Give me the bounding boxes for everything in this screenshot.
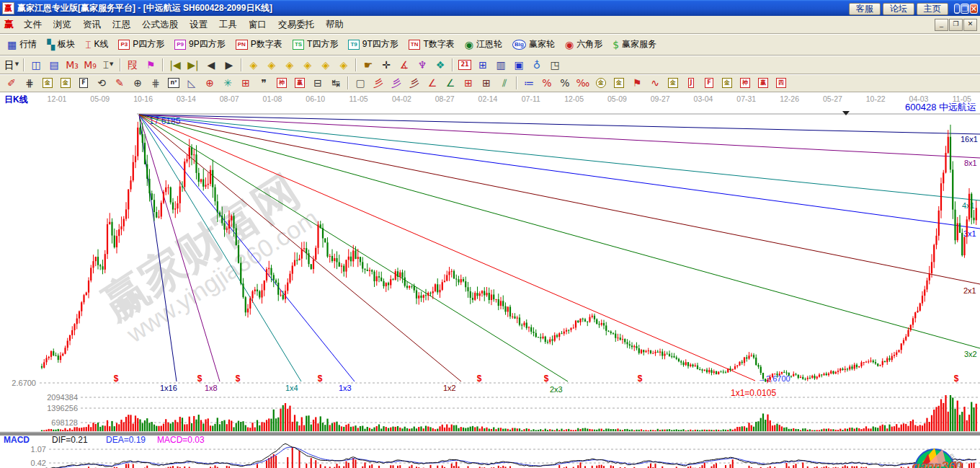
shen-angle-icon[interactable]: 神 (736, 75, 754, 91)
color-flag-icon[interactable]: ⚑ (142, 57, 159, 73)
expand-y-icon[interactable]: ◈ (299, 57, 316, 73)
last-page-icon[interactable]: ▶| (184, 57, 202, 73)
kline-chart-canvas[interactable]: 赢家财富网www.yingjia360.com日K线12-0105-0910-1… (0, 92, 980, 468)
gold-line-icon[interactable]: 金 (610, 75, 628, 91)
sector-button[interactable]: ▚板块 (43, 36, 79, 53)
angle-line-icon[interactable]: ∠ (424, 75, 441, 91)
gann-shape-icon[interactable]: ♆ (414, 57, 431, 73)
hand-tool-icon[interactable]: ☛ (360, 57, 377, 73)
reset-zoom-icon[interactable]: ◈ (335, 57, 352, 73)
menu-item-2[interactable]: 资讯 (77, 17, 107, 32)
menu-item-7[interactable]: 窗口 (243, 17, 272, 32)
percent-zone-icon[interactable]: % (538, 75, 556, 91)
ruler-grid-icon[interactable]: ⋕ (147, 75, 164, 91)
circle-cross-icon[interactable]: ⊕ (129, 75, 146, 91)
ma-long-icon[interactable]: M₉ (81, 57, 99, 73)
menu-item-0[interactable]: 文件 (18, 17, 48, 32)
position-marker-icon[interactable] (842, 111, 850, 115)
ying-angle-icon[interactable]: 赢 (754, 75, 772, 91)
winner-service-button[interactable]: $赢家服务 (608, 36, 661, 53)
shrink-y-icon[interactable]: ◈ (281, 57, 298, 73)
red-grid-icon[interactable]: ⊞ (237, 75, 254, 91)
mark-pen-icon[interactable]: ✎ (111, 75, 128, 91)
restore-chart-icon[interactable]: 叚 (124, 57, 141, 73)
home-button[interactable]: 主页 (917, 3, 948, 15)
gann-line-8x1[interactable] (139, 115, 980, 158)
menu-item-9[interactable]: 帮助 (320, 17, 349, 32)
compass-icon[interactable]: ⊕ (201, 75, 218, 91)
expand-all-icon[interactable]: ◈ (317, 57, 334, 73)
kline-button[interactable]: ⌶K线 (81, 36, 112, 53)
stat-lines-icon[interactable]: ≔ (520, 75, 538, 91)
quote-mark-icon[interactable]: ❞ (255, 75, 272, 91)
n2-grid-icon[interactable]: n² (165, 75, 182, 91)
shen-tool-icon[interactable]: 神 (273, 75, 290, 91)
t-square-button[interactable]: TST四方形 (288, 36, 343, 53)
menu-item-5[interactable]: 设置 (184, 17, 213, 32)
star-grid-icon[interactable]: ✳ (219, 75, 236, 91)
f10-info-icon[interactable]: ▤ (45, 57, 63, 73)
gann-line-16x1[interactable] (139, 115, 980, 134)
permille-icon[interactable]: ‰ (574, 75, 592, 91)
minimize-button[interactable]: _ (954, 4, 960, 14)
box-select-icon[interactable]: ▢ (352, 75, 369, 91)
menu-item-4[interactable]: 公式选股 (136, 17, 184, 32)
chart-area[interactable]: 赢家财富网www.yingjia360.com日K线12-0105-0910-1… (0, 92, 980, 468)
ying-tool-icon[interactable]: 赢 (291, 75, 308, 91)
gann-fan-icon[interactable]: 彡 (370, 75, 387, 91)
restore-button[interactable]: ❐ (961, 4, 969, 14)
ma-short-icon[interactable]: M₃ (63, 57, 81, 73)
fan-lines-icon[interactable]: 彡 (406, 75, 423, 91)
gold-grid2-icon[interactable]: 金 (57, 75, 74, 91)
eraser-knife-icon[interactable]: ✐ (3, 75, 20, 91)
save-icon[interactable]: ▣ (510, 57, 527, 73)
calendar-icon[interactable]: 21 (456, 57, 473, 73)
grid-dark-icon[interactable]: ⊞ (478, 75, 495, 91)
angle-tool-icon[interactable]: ∡ (396, 57, 413, 73)
expand-x-icon[interactable]: ◈ (263, 57, 280, 73)
winner-wheel-button[interactable]: Big赢家轮 (508, 36, 559, 53)
gold-angle-icon[interactable]: 金 (718, 75, 736, 91)
menu-item-6[interactable]: 工具 (213, 17, 243, 32)
grid-red2-icon[interactable]: ⊞ (460, 75, 477, 91)
f-grid-icon[interactable]: F (75, 75, 92, 91)
trend-check-icon[interactable]: ∠ (442, 75, 459, 91)
pane-splitter[interactable] (0, 432, 980, 436)
period-day-dropdown[interactable]: 日▼ (3, 57, 20, 73)
gold-circle-icon[interactable]: 金 (592, 75, 610, 91)
hgrid-icon[interactable]: ⋕ (21, 75, 38, 91)
crosshair-icon[interactable]: ✛ (378, 57, 395, 73)
candle-style-dropdown[interactable]: ⌶▼ (99, 57, 117, 73)
forum-button[interactable]: 论坛 (883, 3, 914, 15)
gann-wheel-button[interactable]: ◉江恩轮 (460, 36, 507, 53)
menu-item-8[interactable]: 交易委托 (272, 17, 320, 32)
hexagon-button[interactable]: ◉六角形 (561, 36, 607, 53)
fan-box-icon[interactable]: 彡 (388, 75, 405, 91)
cycle-tool-icon[interactable]: ❖ (432, 57, 449, 73)
mdi-close-button[interactable]: ✕ (963, 19, 977, 31)
p-square-button[interactable]: P3P四方形 (114, 36, 169, 53)
web-update-icon[interactable]: ♁ (528, 57, 545, 73)
si-angle-icon[interactable]: 四 (772, 75, 790, 91)
report-icon[interactable]: ▥ (492, 57, 509, 73)
shrink-x-icon[interactable]: ◈ (245, 57, 262, 73)
t-table-button[interactable]: TNT数字表 (404, 36, 459, 53)
mdi-minimize-button[interactable]: _ (935, 19, 948, 31)
menu-item-3[interactable]: 江恩 (107, 17, 136, 32)
j-angle-icon[interactable]: J (682, 75, 700, 91)
set-square-icon[interactable]: ◺ (183, 75, 200, 91)
wave-tool-icon[interactable]: ∿ (646, 75, 664, 91)
close-button[interactable]: ✕ (970, 4, 978, 14)
9t-square-button[interactable]: T99T四方形 (344, 36, 402, 53)
window-layout-icon[interactable]: ◫ (27, 57, 45, 73)
gold-band-icon[interactable]: 金 (664, 75, 682, 91)
f-angle-icon[interactable]: F (700, 75, 718, 91)
9p-square-button[interactable]: P99P四方形 (170, 36, 229, 53)
parallel-lines-icon[interactable]: ⫽ (496, 75, 513, 91)
gold-grid-icon[interactable]: 金 (39, 75, 56, 91)
prev-page-icon[interactable]: ◀ (202, 57, 220, 73)
p-table-button[interactable]: PNP数字表 (231, 36, 287, 53)
quote-button[interactable]: ▦行情 (3, 36, 41, 53)
calculator-icon[interactable]: ⊞ (474, 57, 491, 73)
remote-service-icon[interactable]: ◳ (546, 57, 564, 73)
